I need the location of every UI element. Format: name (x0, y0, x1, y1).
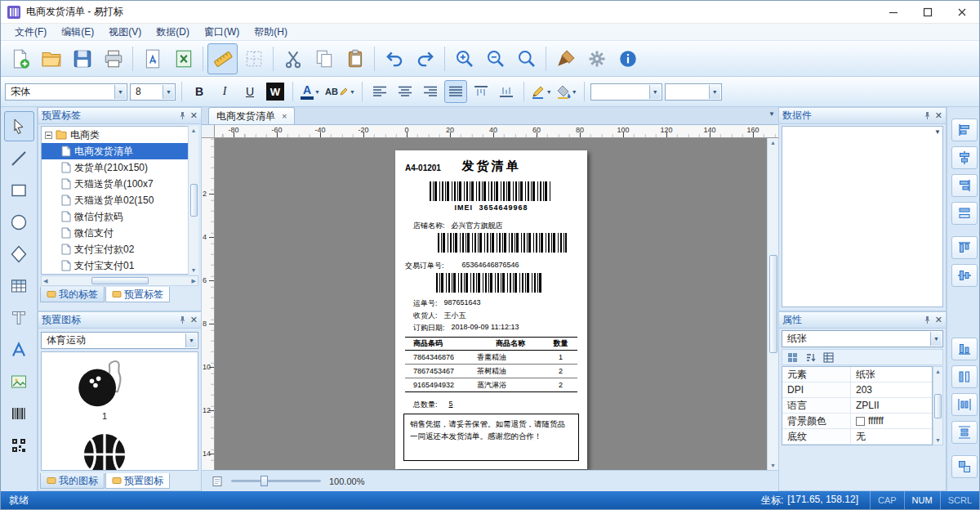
property-row[interactable]: 背景颜色ffffff (782, 414, 932, 429)
close-button[interactable] (945, 1, 979, 23)
align-center-button[interactable] (394, 80, 416, 103)
wordart-tool-button[interactable] (4, 334, 34, 365)
distribute-v-button[interactable] (951, 421, 978, 444)
close-panel-icon[interactable]: ✕ (190, 315, 198, 324)
canvas-vertical-scrollbar[interactable]: ▲ ▼ (767, 138, 778, 470)
notice-box[interactable]: 销售凭据，请妥善保管。如需退货，请随货品一同返还本发货清单。感谢您的合作！ (403, 414, 579, 461)
export-excel-button[interactable] (168, 43, 198, 74)
close-tab-icon[interactable]: × (282, 111, 287, 121)
design-canvas[interactable]: A4-01201 发货清单 IMEI 3654649968 店铺名称: 必兴官方… (215, 138, 767, 470)
pin-icon[interactable] (923, 111, 932, 120)
scrollbar-thumb[interactable] (190, 184, 198, 217)
chevron-down-icon[interactable]: ▼ (934, 128, 941, 136)
tree-item[interactable]: 微信付款码 (42, 208, 198, 225)
align-right-button[interactable] (419, 80, 442, 103)
scroll-down-icon[interactable]: ▼ (770, 463, 776, 468)
tree-item[interactable]: 电商发货清单 (42, 143, 198, 159)
open-button[interactable] (36, 43, 66, 74)
close-panel-icon[interactable]: ✕ (935, 315, 942, 324)
receiver-row[interactable]: 收货人: 王小五 (413, 311, 466, 321)
tree-item[interactable]: 微信支付 (42, 225, 198, 241)
zoom-fit-button[interactable] (511, 43, 541, 74)
menu-item[interactable]: 文件(F) (7, 24, 54, 41)
icons-tab-0[interactable]: 我的图标 (40, 473, 105, 489)
scroll-down-icon[interactable]: ▼ (935, 437, 941, 443)
undo-button[interactable] (379, 43, 409, 74)
align-left-edges-button[interactable] (951, 119, 978, 141)
menu-item[interactable]: 视图(V) (101, 24, 149, 41)
char-style-button[interactable]: AB ▼ (324, 80, 356, 103)
tree-vertical-scrollbar[interactable]: ▲ ▼ (188, 126, 198, 275)
property-row[interactable]: 语言ZPLII (782, 398, 932, 414)
tree-item[interactable]: 天猫送货单02(150 (42, 192, 198, 208)
minimize-button[interactable] (876, 1, 911, 23)
waybill-row[interactable]: 运单号: 987651643 (413, 298, 481, 309)
grid-toggle-button[interactable] (238, 43, 269, 74)
line-tool-button[interactable] (4, 143, 34, 173)
valign-bottom-button[interactable] (495, 80, 518, 103)
icons-tab-1[interactable]: 预置图标 (105, 473, 170, 489)
tree-item[interactable]: 支付宝支付01 (42, 257, 198, 274)
align-right-edges-button[interactable] (951, 174, 978, 197)
scroll-up-icon[interactable]: ▲ (770, 140, 776, 145)
ruler-toggle-button[interactable] (207, 43, 238, 74)
paste-button[interactable] (340, 43, 370, 74)
line-width-select[interactable]: ▼ (665, 83, 722, 101)
equal-width-button[interactable] (951, 202, 978, 225)
sort-alpha-button[interactable] (802, 351, 818, 364)
font-color-button[interactable]: A ▼ (299, 80, 322, 103)
zoom-slider[interactable] (231, 480, 321, 482)
redo-button[interactable] (410, 43, 440, 74)
align-top-edges-button[interactable] (951, 236, 978, 259)
document-tab[interactable]: 电商发货清单 × (208, 107, 295, 124)
tree-root-node[interactable]: 电商类 (42, 127, 198, 143)
categorized-view-button[interactable] (784, 351, 800, 364)
order-row[interactable]: 交易订单号: 65364646876546 (405, 261, 519, 271)
table-tool-button[interactable] (4, 271, 34, 301)
underline-button[interactable]: U (238, 80, 261, 103)
property-value[interactable]: ZPLII (851, 400, 932, 411)
scroll-left-icon[interactable]: ◀ (43, 278, 47, 284)
align-bottom-edges-button[interactable] (951, 338, 978, 360)
order-barcode[interactable] (436, 273, 544, 293)
align-justify-button[interactable] (444, 80, 467, 103)
property-row[interactable]: 元素纸张 (782, 367, 932, 382)
icon-category-select[interactable]: 体育运动 ▼ (41, 332, 198, 349)
store-row[interactable]: 店铺名称: 必兴官方旗舰店 (413, 221, 503, 231)
menu-item[interactable]: 编辑(E) (54, 24, 101, 41)
italic-button[interactable]: I (213, 80, 236, 103)
maximize-button[interactable] (911, 1, 945, 23)
scrollbar-thumb[interactable] (934, 394, 942, 418)
equal-size-button[interactable] (951, 455, 978, 478)
close-panel-icon[interactable]: ✕ (935, 111, 942, 120)
property-value[interactable]: 无 (851, 430, 932, 444)
copy-button[interactable] (309, 43, 339, 74)
label-page[interactable]: A4-01201 发货清单 IMEI 3654649968 店铺名称: 必兴官方… (395, 150, 587, 469)
menu-item[interactable]: 帮助(H) (247, 24, 295, 41)
menu-item[interactable]: 窗口(W) (197, 24, 247, 41)
list-view-button[interactable] (820, 351, 836, 364)
rectangle-tool-button[interactable] (4, 175, 34, 205)
align-left-button[interactable] (368, 80, 391, 103)
font-size-select[interactable]: 8 ▼ (130, 83, 176, 101)
bold-button[interactable]: B (188, 80, 211, 103)
scroll-right-icon[interactable]: ▶ (192, 278, 196, 284)
equal-height-button[interactable] (951, 365, 978, 388)
zoom-slider-thumb[interactable] (261, 476, 268, 486)
pin-icon[interactable] (178, 111, 187, 120)
text-tool-button[interactable] (4, 302, 34, 333)
date-row[interactable]: 订购日期: 2018-09-09 11:12:13 (413, 323, 519, 333)
tree-horizontal-scrollbar[interactable]: ◀ ▶ (41, 275, 198, 286)
tree-collapse-icon[interactable] (45, 132, 52, 139)
barcode-tool-button[interactable] (4, 398, 34, 428)
print-button[interactable] (98, 43, 128, 74)
diamond-tool-button[interactable] (4, 239, 34, 269)
print-preview-button[interactable] (137, 43, 167, 74)
align-center-h-button[interactable] (951, 146, 978, 169)
icon-item-bowling[interactable]: 1 (60, 359, 149, 421)
imei-barcode[interactable] (430, 181, 552, 201)
close-panel-icon[interactable]: ✕ (190, 111, 198, 120)
pin-icon[interactable] (178, 315, 187, 324)
label-title[interactable]: 发货清单 (395, 159, 587, 174)
tree-item[interactable]: 天猫送货单(100x7 (42, 176, 198, 192)
